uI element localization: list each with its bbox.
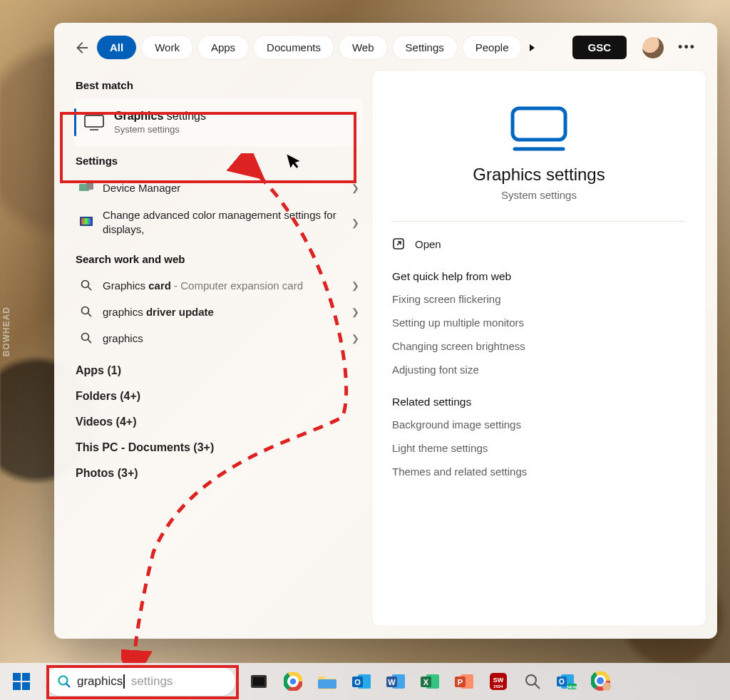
quick-help-link[interactable]: Fixing screen flickering bbox=[392, 293, 686, 305]
chevron-right-icon: ❯ bbox=[351, 333, 359, 344]
svg-point-53 bbox=[602, 682, 611, 691]
svg-point-8 bbox=[82, 307, 89, 314]
taskbar-app-chrome-profile[interactable] bbox=[586, 666, 616, 696]
search-autocomplete-ghost: settings bbox=[131, 674, 173, 689]
svg-rect-18 bbox=[253, 677, 264, 686]
quick-help-link[interactable]: Setting up multiple monitors bbox=[392, 316, 686, 329]
related-settings-heading: Related settings bbox=[392, 396, 686, 408]
svg-rect-12 bbox=[513, 108, 565, 140]
taskbar-app-chrome[interactable] bbox=[278, 666, 308, 696]
svg-rect-25 bbox=[318, 679, 336, 689]
result-category-heading[interactable]: Videos (4+) bbox=[76, 416, 362, 428]
gsc-button[interactable]: GSC bbox=[572, 36, 627, 59]
open-label: Open bbox=[415, 238, 441, 250]
taskbar-app-powerpoint[interactable]: P bbox=[449, 666, 479, 696]
search-icon bbox=[78, 332, 94, 344]
windows-logo-icon bbox=[13, 673, 30, 690]
chevron-right-icon: ❯ bbox=[351, 217, 359, 228]
selection-indicator bbox=[74, 108, 76, 136]
best-match-heading: Best match bbox=[76, 79, 362, 91]
related-setting-link[interactable]: Themes and related settings bbox=[392, 465, 686, 478]
search-icon bbox=[78, 306, 94, 317]
svg-point-10 bbox=[82, 334, 89, 341]
svg-point-6 bbox=[82, 281, 89, 288]
divider bbox=[392, 221, 686, 222]
related-setting-link[interactable]: Light theme settings bbox=[392, 442, 686, 454]
display-icon bbox=[84, 115, 104, 130]
best-match-result[interactable]: Graphics settings System settings bbox=[74, 98, 362, 146]
filter-tab-documents[interactable]: Documents bbox=[254, 36, 334, 59]
filter-tab-settings[interactable]: Settings bbox=[393, 36, 457, 59]
quick-help-link[interactable]: Adjusting font size bbox=[392, 364, 686, 376]
result-category-heading[interactable]: Apps (1) bbox=[76, 364, 362, 377]
more-tabs-caret-icon[interactable] bbox=[527, 43, 538, 52]
filter-tab-apps[interactable]: Apps bbox=[198, 36, 248, 59]
web-search-label: Graphics card - Computer expansion card bbox=[103, 279, 343, 292]
quick-help-link[interactable]: Changing screen brightness bbox=[392, 340, 686, 352]
more-menu-button[interactable]: ••• bbox=[678, 40, 700, 55]
svg-point-15 bbox=[59, 676, 68, 685]
chevron-right-icon: ❯ bbox=[351, 307, 359, 317]
web-search-label: graphics bbox=[103, 332, 343, 344]
svg-line-42 bbox=[535, 684, 540, 689]
related-setting-link[interactable]: Background image settings bbox=[392, 418, 686, 431]
preview-title: Graphics settings bbox=[392, 165, 686, 185]
search-icon bbox=[57, 674, 71, 689]
filter-tab-all[interactable]: All bbox=[97, 36, 136, 59]
open-external-icon bbox=[392, 237, 405, 250]
web-search-item[interactable]: graphics driver update ❯ bbox=[74, 299, 362, 325]
chevron-right-icon: ❯ bbox=[351, 280, 359, 291]
svg-text:SW: SW bbox=[493, 676, 504, 684]
preview-display-icon bbox=[392, 106, 686, 152]
taskbar: graphics settings OWXPSW2024ONEW bbox=[0, 663, 730, 700]
user-avatar[interactable] bbox=[642, 37, 664, 58]
taskbar-app-word[interactable]: W bbox=[381, 666, 411, 696]
taskbar-app-excel[interactable]: X bbox=[415, 666, 445, 696]
result-category-heading[interactable]: Folders (4+) bbox=[76, 390, 362, 403]
svg-point-52 bbox=[597, 677, 604, 684]
taskbar-app-file-explorer[interactable] bbox=[312, 666, 342, 696]
search-filter-header: AllWorkAppsDocumentsWebSettingsPeople GS… bbox=[54, 23, 717, 65]
chevron-right-icon: ❯ bbox=[351, 182, 359, 193]
settings-item-label: Change advanced color management setting… bbox=[103, 208, 343, 237]
open-action[interactable]: Open bbox=[392, 237, 686, 250]
taskbar-search-input[interactable]: graphics settings bbox=[46, 667, 235, 696]
svg-line-11 bbox=[88, 340, 92, 344]
results-column: Best match Graphics settings System sett… bbox=[74, 71, 362, 626]
filter-tab-work[interactable]: Work bbox=[142, 36, 192, 59]
svg-text:W: W bbox=[388, 678, 396, 686]
start-search-panel: AllWorkAppsDocumentsWebSettingsPeople GS… bbox=[54, 23, 717, 639]
start-button[interactable] bbox=[3, 666, 40, 697]
search-icon bbox=[78, 279, 94, 291]
settings-heading: Settings bbox=[76, 155, 362, 167]
text-cursor bbox=[123, 674, 125, 689]
settings-item-color-management[interactable]: Change advanced color management setting… bbox=[74, 201, 362, 245]
result-category-heading[interactable]: This PC - Documents (3+) bbox=[76, 441, 362, 454]
settings-item-label: Device Manager bbox=[103, 182, 343, 194]
svg-rect-5 bbox=[81, 218, 91, 225]
svg-text:P: P bbox=[458, 678, 463, 686]
web-search-label: graphics driver update bbox=[103, 306, 343, 318]
svg-text:NEW: NEW bbox=[567, 685, 577, 689]
preview-pane: Graphics settings System settings Open G… bbox=[372, 71, 706, 626]
web-search-item[interactable]: Graphics card - Computer expansion card … bbox=[74, 272, 362, 299]
search-typed-text: graphics bbox=[77, 674, 123, 689]
wallpaper-brand-label: BOWHEAD bbox=[1, 307, 11, 356]
svg-rect-0 bbox=[85, 115, 103, 127]
taskbar-app-magnifier[interactable] bbox=[518, 666, 548, 696]
filter-tab-web[interactable]: Web bbox=[339, 36, 387, 59]
settings-item-device-manager[interactable]: Device Manager ❯ bbox=[74, 174, 362, 201]
taskbar-app-outlook-new[interactable]: ONEW bbox=[552, 666, 582, 696]
taskbar-app-outlook[interactable]: O bbox=[346, 666, 376, 696]
svg-line-16 bbox=[66, 684, 70, 687]
svg-line-7 bbox=[88, 287, 92, 291]
taskbar-app-task-view[interactable] bbox=[244, 666, 274, 696]
filter-tab-people[interactable]: People bbox=[463, 36, 522, 59]
svg-text:O: O bbox=[354, 678, 361, 686]
svg-line-9 bbox=[88, 314, 92, 317]
web-search-item[interactable]: graphics ❯ bbox=[74, 325, 362, 351]
color-management-icon bbox=[78, 217, 94, 228]
back-button[interactable] bbox=[71, 38, 91, 58]
result-category-heading[interactable]: Photos (3+) bbox=[76, 467, 362, 480]
taskbar-app-solidworks[interactable]: SW2024 bbox=[483, 666, 513, 696]
